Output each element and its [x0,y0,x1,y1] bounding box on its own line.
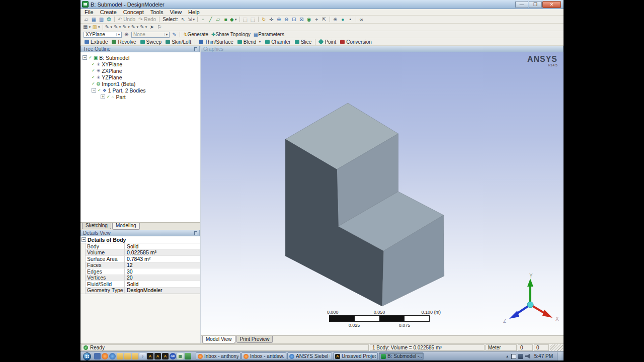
menu-help[interactable]: Help [188,9,200,15]
tree-item-part-group[interactable]: − ✓ ❖ 1 Part, 2 Bodies [83,87,200,94]
conversion-button[interactable]: Conversion [338,39,374,45]
display-model-button[interactable]: ● [339,16,347,23]
redo-button[interactable]: ↷ Redo [137,16,157,23]
menu-tools[interactable]: Tools [150,9,164,15]
ansys-fluent-icon[interactable]: A [154,353,161,359]
media-app-icon[interactable]: ♪ [139,353,146,359]
generate-button[interactable]: ↯Generate [182,31,210,38]
pointer-button[interactable]: ➤ [148,24,156,31]
new-sketch-tool-button[interactable]: ✎ [171,31,178,38]
tree-item-zxplane[interactable]: ✓ ✳ ZXPlane [83,67,200,74]
publish-button[interactable]: ❂ [105,16,113,23]
zoom-in-button[interactable]: ⊕ [275,16,283,23]
minimize-button[interactable]: — [515,1,528,8]
close-button[interactable]: ✕ [542,1,561,8]
isometric-view-button[interactable]: ✳ [332,16,339,23]
folder-icon[interactable] [117,353,123,359]
firefox-icon[interactable] [102,353,108,359]
snap-mode-button-4[interactable]: ✎▼ [131,24,139,31]
collapse-icon[interactable]: − [83,55,87,60]
collapse-icon[interactable]: − [82,237,86,242]
ad-app-icon[interactable]: AD [170,353,176,359]
start-button[interactable] [83,352,91,360]
sweep-button[interactable]: Sweep [138,39,164,45]
selection-filter-dropdown[interactable]: ◆▼ [229,16,238,23]
taskbar-button-unsaved-project[interactable]: A Unsaved Project... [333,352,378,360]
vpn-icon[interactable] [185,353,191,359]
plane-selector[interactable]: XYPlane▼ [84,32,122,38]
tab-model-view[interactable]: Model View [202,336,235,343]
viewport-3d[interactable]: ANSYS R14.5 0.000 0.050 0.100 (m) [201,52,564,335]
edge-filter-button[interactable]: ╱ [207,16,214,23]
tree-item-import1[interactable]: ✓ ❂ Import1 (Beta) [83,80,200,87]
select-mode-button[interactable]: ↖ [180,16,187,23]
select-mode-dropdown[interactable]: ⇲▼ [187,16,196,23]
ruler-display-button[interactable]: ▥▼ [92,24,101,31]
extend-limits-button[interactable]: ⬚ [249,16,257,23]
chamfer-button[interactable]: Chamfer [263,39,292,45]
folder-icon[interactable] [132,353,138,359]
battery-icon[interactable] [511,354,516,359]
tab-print-preview[interactable]: Print Preview [236,336,273,343]
find-button[interactable]: ∞ [358,16,365,23]
pin-icon[interactable] [194,47,197,51]
blend-button[interactable]: Blend▼ [235,39,264,45]
magnifier-button[interactable]: ◉ [305,16,313,23]
expand-icon[interactable]: + [101,95,105,99]
parameters-button[interactable]: ▦Parameters [252,31,286,38]
collapse-icon[interactable]: − [92,88,96,93]
tab-modeling[interactable]: Modeling [112,223,140,230]
snap-mode-button-3[interactable]: ✎▼ [122,24,131,31]
sketch-selector[interactable]: None▼ [131,32,170,38]
extrude-button[interactable]: Extrude [83,39,110,45]
pattern-display-button[interactable]: ▦▼ [83,24,92,31]
tree-item-xyplane[interactable]: ✓ ✳ XYPlane [83,61,200,67]
spreadsheet-icon[interactable]: ▦ [177,353,184,359]
menu-view[interactable]: View [170,9,182,15]
tab-sketching[interactable]: Sketching [82,223,111,229]
undo-button[interactable]: ↶ Undo [116,16,137,23]
slice-button[interactable]: Slice [293,39,314,45]
flag-button[interactable]: ⚐ [156,24,164,31]
menu-file[interactable]: File [85,9,94,15]
display-points-button[interactable]: • [347,16,354,23]
internet-explorer-icon[interactable] [109,353,116,359]
skin-loft-button[interactable]: Skin/Loft [164,39,193,45]
pan-button[interactable]: ✛ [268,16,275,23]
zoom-to-fit-button[interactable]: ⊠ [298,16,305,23]
network-icon[interactable] [518,354,523,359]
snap-mode-button-1[interactable]: ✎▼ [105,24,113,31]
face-filter-button[interactable]: ▱ [214,16,222,23]
orientation-triad[interactable]: Y X Z [499,274,561,328]
menu-create[interactable]: Create [100,9,117,15]
new-sketch-button[interactable]: ▱ [83,16,90,23]
previous-view-button[interactable]: ⌖ [313,16,320,23]
new-plane-button[interactable]: ✳ [123,31,130,38]
tree-item-yzplane[interactable]: ✓ ✳ YZPlane [83,74,200,80]
taskbar-button-inbox-1[interactable]: Inbox - anthony... [196,352,240,360]
pin-icon[interactable] [194,231,197,235]
extend-selection-button[interactable]: ⬚ [242,16,249,23]
vertex-filter-button[interactable]: ▫ [199,16,207,23]
volume-muted-icon[interactable] [525,354,530,359]
zoom-out-button[interactable]: ⊖ [283,16,290,23]
share-topology-button[interactable]: ✤Share Topology [210,31,252,38]
tree-item-part[interactable]: + ✓ ∴ Part [83,94,200,100]
body-filter-button[interactable]: ■ [222,16,229,23]
resize-grip[interactable] [550,344,563,351]
ansys-workbench-icon[interactable]: A [147,353,153,359]
folder-icon[interactable] [124,353,131,359]
snap-mode-button-5[interactable]: ✎▼ [139,24,148,31]
tree-item-root[interactable]: − ✓ ▣ B: Submodel [83,54,200,61]
save-button[interactable]: ▦ [90,16,98,23]
menu-concept[interactable]: Concept [123,9,144,15]
maximize-button[interactable]: ❐ [529,1,542,8]
rotate-button[interactable]: ↻ [260,16,268,23]
taskbar-button-submodel[interactable]: B: Submodel -... [379,352,424,360]
save-as-button[interactable]: ▥ [98,16,105,23]
box-zoom-button[interactable]: ⊡ [290,16,298,23]
display-settings-icon[interactable] [94,353,101,359]
show-desktop-button[interactable] [557,352,561,360]
thin-surface-button[interactable]: Thin/Surface [197,39,235,45]
restore-view-button[interactable]: ⇱ [320,16,328,23]
